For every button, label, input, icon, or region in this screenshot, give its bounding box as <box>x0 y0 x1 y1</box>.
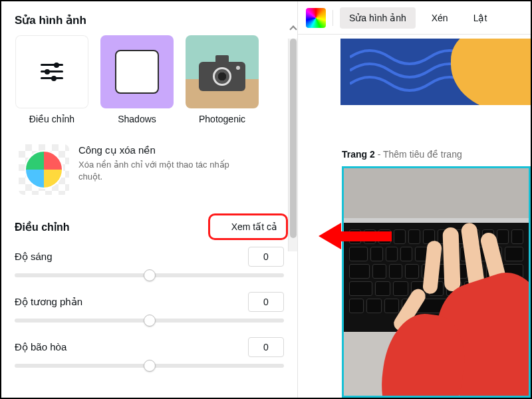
slider-thumb[interactable] <box>144 269 156 281</box>
crop-button[interactable]: Xén <box>422 7 458 29</box>
camera-icon <box>199 62 245 91</box>
page-title-placeholder[interactable]: Thêm tiêu đề trang <box>383 149 462 160</box>
shadows-thumb <box>100 35 174 108</box>
adjust-thumb <box>15 35 88 108</box>
context-toolbar: Sửa hình ảnh Xén Lật <box>298 1 531 35</box>
slider-thumb[interactable] <box>144 315 156 327</box>
slider-label: Độ sáng <box>15 251 53 263</box>
filter-row: Điều chỉnh Shadows Photogenic <box>1 35 297 124</box>
slider-track[interactable] <box>15 364 284 368</box>
filter-label: Photogenic <box>199 114 245 124</box>
slider-track[interactable] <box>15 319 284 323</box>
bg-remover-title: Công cụ xóa nền <box>78 144 238 156</box>
panel-scrollbar[interactable] <box>288 39 297 251</box>
slider-value-input[interactable]: 0 <box>248 247 284 267</box>
filter-label: Điều chỉnh <box>29 114 74 124</box>
app-frame: Sửa hình ảnh Điều chỉnh Shadows <box>0 0 532 399</box>
bg-remover-thumb <box>19 144 69 195</box>
page-2-selected-image[interactable] <box>342 166 531 398</box>
edit-image-button[interactable]: Sửa hình ảnh <box>340 7 416 29</box>
panel-title: Sửa hình ảnh <box>1 1 297 35</box>
slider-label: Độ tương phản <box>15 296 82 308</box>
slider-saturation: Độ bão hòa 0 <box>15 337 284 368</box>
bg-remover-card[interactable]: Công cụ xóa nền Xóa nền ảnh chỉ với một … <box>12 136 287 203</box>
page-1-preview[interactable] <box>340 39 531 105</box>
slider-label: Độ bão hòa <box>15 341 66 353</box>
slider-brightness: Độ sáng 0 <box>15 247 284 277</box>
filter-label: Shadows <box>118 114 156 124</box>
sliders-icon <box>41 62 63 82</box>
scrollbar-thumb[interactable] <box>290 39 297 238</box>
page-2-title-row[interactable]: Trang 2 - Thêm tiêu đề trang <box>342 149 462 160</box>
annotation-arrow-icon <box>319 223 392 249</box>
toolbar-separator <box>332 10 333 26</box>
see-all-button[interactable]: Xem tất cả <box>225 217 284 236</box>
page-number: Trang 2 <box>342 149 375 160</box>
adjust-section-title: Điều chỉnh <box>15 221 69 233</box>
slider-value-input[interactable]: 0 <box>248 292 284 312</box>
adjust-section: Điều chỉnh Xem tất cả Độ sáng 0 Độ tương… <box>1 203 297 382</box>
color-picker-button[interactable] <box>306 8 326 28</box>
canvas-area[interactable]: Trang 2 - Thêm tiêu đề trang <box>298 35 531 398</box>
flip-button[interactable]: Lật <box>464 7 497 29</box>
bg-remover-desc: Xóa nền ảnh chỉ với một thao tác nhấp ch… <box>78 159 238 182</box>
bg-remover-text: Công cụ xóa nền Xóa nền ảnh chỉ với một … <box>78 144 238 195</box>
page-title-sep: - <box>375 149 383 160</box>
edit-image-panel: Sửa hình ảnh Điều chỉnh Shadows <box>1 1 297 398</box>
slider-thumb[interactable] <box>144 360 156 372</box>
beachball-icon <box>25 150 63 189</box>
photogenic-thumb <box>186 35 259 108</box>
square-icon <box>115 50 159 94</box>
filter-shadows[interactable]: Shadows <box>97 35 177 124</box>
laptop-photo <box>344 168 529 396</box>
canvas-pane: Sửa hình ảnh Xén Lật Trang 2 - Thêm tiêu… <box>297 1 531 398</box>
filter-photogenic[interactable]: Photogenic <box>182 35 262 124</box>
slider-value-input[interactable]: 0 <box>248 337 284 357</box>
slider-track[interactable] <box>15 273 284 277</box>
slider-contrast: Độ tương phản 0 <box>15 292 284 323</box>
filter-adjust[interactable]: Điều chỉnh <box>12 35 92 124</box>
adjust-section-head: Điều chỉnh Xem tất cả <box>15 217 284 236</box>
